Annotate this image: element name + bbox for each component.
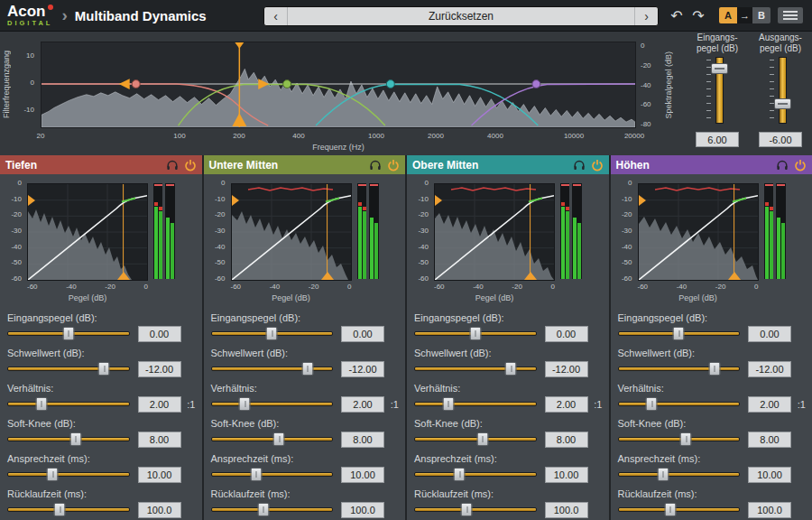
control-slider[interactable] bbox=[414, 362, 537, 376]
slider-handle[interactable] bbox=[442, 397, 454, 411]
power-icon[interactable] bbox=[794, 159, 807, 172]
slider-handle[interactable] bbox=[98, 362, 110, 376]
transfer-curve-plot[interactable] bbox=[434, 183, 555, 281]
control-value[interactable]: 8.00 bbox=[748, 432, 791, 448]
control-value[interactable]: 8.00 bbox=[138, 432, 181, 448]
input-gain-slider[interactable] bbox=[704, 57, 731, 124]
preset-name[interactable]: Zurücksetzen bbox=[288, 7, 634, 25]
output-gain-slider[interactable] bbox=[767, 57, 794, 124]
headphones-icon[interactable] bbox=[573, 159, 586, 172]
control-slider[interactable] bbox=[211, 503, 334, 516]
transfer-curve-plot[interactable] bbox=[638, 183, 759, 281]
control-value[interactable]: 10.00 bbox=[138, 467, 181, 483]
input-gain-value[interactable]: 6.00 bbox=[696, 132, 739, 147]
control-value[interactable]: 10.00 bbox=[341, 467, 384, 483]
output-gain-value[interactable]: -6.00 bbox=[759, 132, 802, 147]
slider-handle[interactable] bbox=[47, 468, 59, 481]
control-value[interactable]: 0.00 bbox=[341, 326, 384, 342]
power-icon[interactable] bbox=[387, 159, 400, 172]
control-value[interactable]: 100.0 bbox=[545, 502, 588, 518]
preset-prev-button[interactable]: ‹ bbox=[264, 7, 288, 25]
copy-a-to-b-button[interactable]: → bbox=[737, 7, 752, 23]
control-value[interactable]: -12.00 bbox=[341, 361, 384, 377]
control-value[interactable]: 100.0 bbox=[341, 502, 384, 518]
control-value[interactable]: 8.00 bbox=[341, 432, 384, 448]
slider-handle[interactable] bbox=[646, 397, 658, 411]
control-slider[interactable] bbox=[7, 327, 130, 340]
headphones-icon[interactable] bbox=[776, 159, 789, 172]
control-slider[interactable] bbox=[414, 432, 537, 446]
control-slider[interactable] bbox=[7, 468, 130, 481]
band1-node[interactable] bbox=[132, 80, 140, 88]
band4-node[interactable] bbox=[532, 80, 540, 88]
transfer-curve-plot[interactable] bbox=[27, 183, 148, 281]
band2-node[interactable] bbox=[283, 80, 291, 88]
slider-handle[interactable] bbox=[301, 362, 313, 376]
slider-handle[interactable] bbox=[454, 468, 466, 481]
control-value[interactable]: 10.00 bbox=[748, 467, 791, 483]
control-slider[interactable] bbox=[618, 327, 741, 340]
control-slider[interactable] bbox=[7, 432, 130, 446]
control-value[interactable]: 2.00 bbox=[138, 396, 181, 413]
control-slider[interactable] bbox=[618, 432, 741, 446]
control-slider[interactable] bbox=[211, 397, 334, 411]
control-value[interactable]: 2.00 bbox=[341, 396, 384, 413]
undo-button[interactable]: ↶ bbox=[666, 0, 687, 31]
menu-button[interactable] bbox=[778, 7, 803, 23]
control-slider[interactable] bbox=[414, 327, 537, 340]
slider-handle[interactable] bbox=[708, 362, 720, 376]
control-value[interactable]: -12.00 bbox=[748, 361, 791, 377]
slider-handle[interactable] bbox=[461, 503, 473, 516]
control-slider[interactable] bbox=[211, 468, 334, 481]
spectrum-plot[interactable] bbox=[41, 42, 636, 128]
control-slider[interactable] bbox=[211, 362, 334, 376]
control-slider[interactable] bbox=[211, 327, 334, 340]
slider-handle[interactable] bbox=[266, 327, 278, 340]
headphones-icon[interactable] bbox=[369, 159, 382, 172]
control-value[interactable]: 0.00 bbox=[748, 326, 791, 342]
slider-handle[interactable] bbox=[711, 63, 728, 74]
control-slider[interactable] bbox=[7, 397, 130, 411]
slider-handle[interactable] bbox=[54, 503, 66, 516]
control-value[interactable]: 100.0 bbox=[748, 502, 791, 518]
control-value[interactable]: 8.00 bbox=[545, 432, 588, 448]
control-value[interactable]: 0.00 bbox=[138, 326, 181, 342]
slider-handle[interactable] bbox=[469, 327, 481, 340]
slider-handle[interactable] bbox=[69, 432, 81, 446]
band3-node[interactable] bbox=[386, 80, 394, 88]
slider-handle[interactable] bbox=[62, 327, 74, 340]
transfer-curve-plot[interactable] bbox=[231, 183, 352, 281]
control-slider[interactable] bbox=[211, 432, 334, 446]
control-slider[interactable] bbox=[414, 468, 537, 481]
slider-handle[interactable] bbox=[239, 397, 251, 411]
redo-button[interactable]: ↷ bbox=[687, 0, 709, 31]
slider-handle[interactable] bbox=[673, 327, 685, 340]
control-value[interactable]: -12.00 bbox=[138, 361, 181, 377]
preset-a-button[interactable]: A bbox=[719, 7, 737, 23]
control-slider[interactable] bbox=[618, 362, 741, 376]
slider-handle[interactable] bbox=[657, 468, 669, 481]
control-slider[interactable] bbox=[414, 503, 537, 516]
slider-handle[interactable] bbox=[35, 397, 47, 411]
control-value[interactable]: 0.00 bbox=[545, 326, 588, 342]
slider-handle[interactable] bbox=[505, 362, 517, 376]
control-value[interactable]: 2.00 bbox=[545, 396, 588, 413]
control-slider[interactable] bbox=[618, 468, 741, 481]
control-value[interactable]: 10.00 bbox=[545, 467, 588, 483]
control-slider[interactable] bbox=[7, 503, 130, 516]
slider-handle[interactable] bbox=[664, 503, 676, 516]
slider-handle[interactable] bbox=[273, 432, 285, 446]
control-value[interactable]: -12.00 bbox=[545, 361, 588, 377]
preset-b-button[interactable]: B bbox=[752, 7, 770, 23]
power-icon[interactable] bbox=[184, 159, 197, 172]
control-value[interactable]: 100.0 bbox=[138, 502, 181, 518]
preset-next-button[interactable]: › bbox=[634, 7, 658, 25]
control-slider[interactable] bbox=[618, 503, 741, 516]
control-value[interactable]: 2.00 bbox=[748, 396, 791, 413]
slider-handle[interactable] bbox=[476, 432, 488, 446]
control-slider[interactable] bbox=[7, 362, 130, 376]
headphones-icon[interactable] bbox=[166, 159, 179, 172]
slider-handle[interactable] bbox=[774, 98, 791, 109]
slider-handle[interactable] bbox=[257, 503, 269, 516]
power-icon[interactable] bbox=[591, 159, 604, 172]
